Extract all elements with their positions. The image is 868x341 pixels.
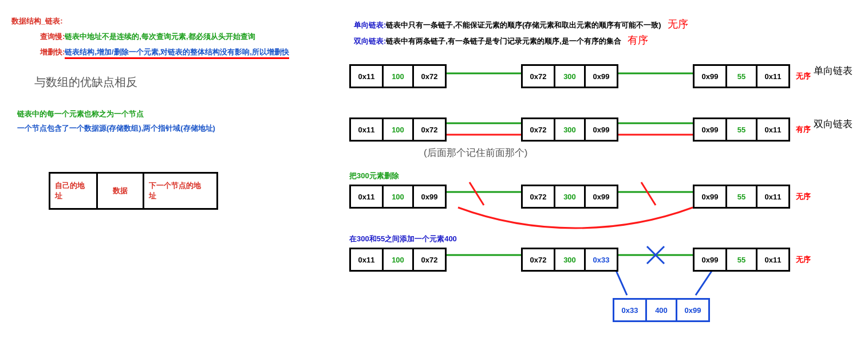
cell-next: 0x11 bbox=[757, 119, 788, 140]
cell-addr: 0x11 bbox=[351, 249, 382, 270]
doubly-label: 双向链表: bbox=[354, 37, 386, 45]
legend-self-addr: 自己的地址 bbox=[50, 174, 96, 208]
r4-title: 在300和55之间添加一个元素400 bbox=[349, 234, 457, 244]
r2-note: (后面那个记住前面那个) bbox=[424, 146, 527, 159]
insert-line: 增删快:链表结构,增加/删除一个元素,对链表的整体结构没有影响,所以增删快 bbox=[40, 47, 289, 57]
cell-addr: 0x99 bbox=[695, 66, 725, 87]
r1-name: 单向链表 bbox=[813, 64, 853, 77]
cell-addr: 0x99 bbox=[695, 186, 725, 207]
doubly-tag: 有序 bbox=[628, 34, 648, 46]
contrast-text: 与数组的优缺点相反 bbox=[34, 75, 137, 90]
node-composition-line: 一个节点包含了一个数据源(存储数组),两个指针域(存储地址) bbox=[17, 123, 215, 134]
cell-val: 100 bbox=[384, 119, 412, 140]
r3-node-2: 0x72 300 0x99 bbox=[521, 185, 618, 209]
r4-node-new: 0x33 400 0x99 bbox=[613, 298, 710, 322]
svg-line-9 bbox=[641, 182, 656, 205]
cell-addr: 0x72 bbox=[523, 119, 554, 140]
cell-next: 0x72 bbox=[414, 249, 445, 270]
cell-val: 100 bbox=[384, 66, 412, 87]
cell-val: 100 bbox=[384, 249, 412, 270]
cell-val: 400 bbox=[647, 300, 676, 320]
cell-next: 0x99 bbox=[586, 119, 617, 140]
cell-next: 0x72 bbox=[414, 66, 445, 87]
cell-addr: 0x72 bbox=[523, 186, 554, 207]
cell-addr: 0x72 bbox=[523, 66, 554, 87]
cell-addr: 0x11 bbox=[351, 66, 382, 87]
legend-next-addr: 下一个节点的地址 bbox=[144, 174, 208, 208]
cell-addr: 0x99 bbox=[695, 249, 725, 270]
cell-addr: 0x33 bbox=[614, 300, 645, 320]
singly-text: 链表中只有一条链子,不能保证元素的顺序(存储元素和取出元素的顺序有可能不一致) bbox=[386, 21, 661, 29]
cell-val: 100 bbox=[384, 186, 412, 207]
r2-node-1: 0x11 100 0x72 bbox=[349, 117, 447, 142]
cell-next: 0x99 bbox=[586, 66, 617, 87]
node-name-line: 链表中的每一个元素也称之为一个节点 bbox=[17, 109, 144, 119]
cell-val: 55 bbox=[727, 249, 756, 270]
r3-node-1: 0x11 100 0x99 bbox=[349, 185, 447, 209]
cell-val: 300 bbox=[555, 249, 584, 270]
singly-label: 单向链表: bbox=[354, 21, 386, 29]
cell-val: 300 bbox=[555, 186, 584, 207]
cell-val: 55 bbox=[727, 66, 756, 87]
r2-tag: 有序 bbox=[796, 124, 811, 135]
cell-val: 300 bbox=[555, 66, 584, 87]
r2-node-3: 0x99 55 0x11 bbox=[693, 117, 790, 142]
cell-addr: 0x11 bbox=[351, 186, 382, 207]
query-text: 链表中地址不是连续的,每次查询元素,都必须从头开始查询 bbox=[65, 32, 255, 41]
cell-addr: 0x11 bbox=[351, 119, 382, 140]
r3-node-3: 0x99 55 0x11 bbox=[693, 185, 790, 209]
doubly-line: 双向链表:链表中有两条链子,有一条链子是专门记录元素的顺序,是一个有序的集合 有… bbox=[354, 33, 648, 47]
svg-line-13 bbox=[647, 246, 664, 264]
cell-val: 300 bbox=[555, 119, 584, 140]
cell-next: 0x33 bbox=[586, 249, 617, 270]
r4-node-1: 0x11 100 0x72 bbox=[349, 248, 447, 272]
ins-label: 增删快: bbox=[40, 48, 65, 56]
doubly-text: 链表中有两条链子,有一条链子是专门记录元素的顺序,是一个有序的集合 bbox=[386, 37, 621, 45]
r3-title: 把300元素删除 bbox=[349, 171, 399, 181]
singly-tag: 无序 bbox=[668, 18, 688, 30]
cell-next: 0x11 bbox=[757, 66, 788, 87]
query-line: 查询慢:链表中地址不是连续的,每次查询元素,都必须从头开始查询 bbox=[40, 32, 255, 42]
title: 数据结构_链表: bbox=[11, 16, 63, 26]
ins-text: 链表结构,增加/删除一个元素,对链表的整体结构没有影响,所以增删快 bbox=[65, 48, 289, 59]
r1-node-2: 0x72 300 0x99 bbox=[521, 64, 618, 88]
svg-line-14 bbox=[616, 269, 627, 295]
cell-next: 0x99 bbox=[677, 300, 708, 320]
r4-node-3: 0x99 55 0x11 bbox=[693, 248, 790, 272]
cell-val: 55 bbox=[727, 186, 756, 207]
cell-addr: 0x99 bbox=[695, 119, 725, 140]
r3-tag: 无序 bbox=[796, 191, 811, 202]
singly-line: 单向链表:链表中只有一条链子,不能保证元素的顺序(存储元素和取出元素的顺序有可能… bbox=[354, 17, 688, 31]
cell-next: 0x99 bbox=[414, 186, 445, 207]
cell-next: 0x72 bbox=[414, 119, 445, 140]
svg-line-15 bbox=[696, 269, 713, 295]
query-label: 查询慢: bbox=[40, 32, 65, 41]
r2-node-2: 0x72 300 0x99 bbox=[521, 117, 618, 142]
r4-tag: 无序 bbox=[796, 254, 811, 265]
r1-node-1: 0x11 100 0x72 bbox=[349, 64, 447, 88]
cell-val: 55 bbox=[727, 119, 756, 140]
r1-tag: 无序 bbox=[796, 71, 811, 81]
r2-name: 双向链表 bbox=[813, 117, 853, 131]
cell-next: 0x11 bbox=[757, 186, 788, 207]
r4-node-2: 0x72 300 0x33 bbox=[521, 248, 618, 272]
r1-node-3: 0x99 55 0x11 bbox=[693, 64, 790, 88]
legend-data: 数据 bbox=[98, 174, 143, 208]
cell-addr: 0x72 bbox=[523, 249, 554, 270]
cell-next: 0x11 bbox=[757, 249, 788, 270]
legend-node: 自己的地址 数据 下一个节点的地址 bbox=[49, 172, 218, 210]
svg-line-12 bbox=[647, 246, 664, 264]
cell-next: 0x99 bbox=[586, 186, 617, 207]
svg-line-8 bbox=[469, 182, 484, 205]
